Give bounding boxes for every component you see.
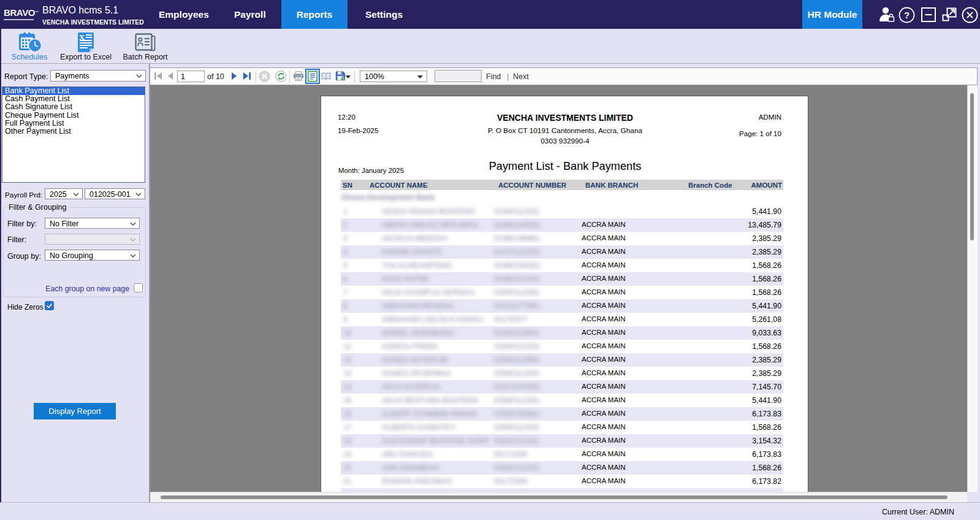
- svg-text:?: ?: [904, 10, 910, 20]
